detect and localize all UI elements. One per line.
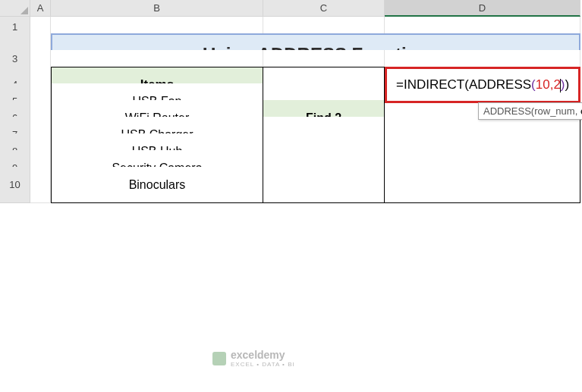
formula-cell-D4[interactable]: =INDIRECT(ADDRESS(10,2)) ADDRESS(row_num… (385, 67, 580, 103)
row-header-3[interactable]: 3 (0, 50, 30, 68)
col-header-A[interactable]: A (30, 0, 51, 17)
formula-text: =INDIRECT(ADDRESS(10,2)) (396, 77, 569, 93)
cell-C3[interactable] (263, 50, 385, 68)
cell-D3[interactable] (385, 50, 580, 68)
cell-A3[interactable] (30, 50, 51, 68)
item-6[interactable]: Binoculars (51, 167, 263, 203)
cell-A10[interactable] (30, 167, 51, 203)
cell-C10[interactable] (263, 167, 385, 203)
cell-D10[interactable] (385, 167, 580, 203)
col-header-C[interactable]: C (263, 0, 385, 17)
formula-tooltip: ADDRESS(row_num, col (478, 102, 582, 120)
col-header-D[interactable]: D (385, 0, 580, 17)
watermark: exceldemy EXCEL • DATA • BI (212, 349, 295, 368)
cell-B3[interactable] (51, 50, 263, 68)
watermark-text: exceldemy EXCEL • DATA • BI (231, 349, 295, 368)
row-header-10[interactable]: 10 (0, 167, 30, 203)
watermark-icon (212, 352, 226, 365)
select-all-corner[interactable] (0, 0, 30, 17)
spreadsheet-grid: A B C D 1 2 Using ADDRESS Function 3 4 I… (0, 0, 582, 183)
col-header-B[interactable]: B (51, 0, 263, 17)
